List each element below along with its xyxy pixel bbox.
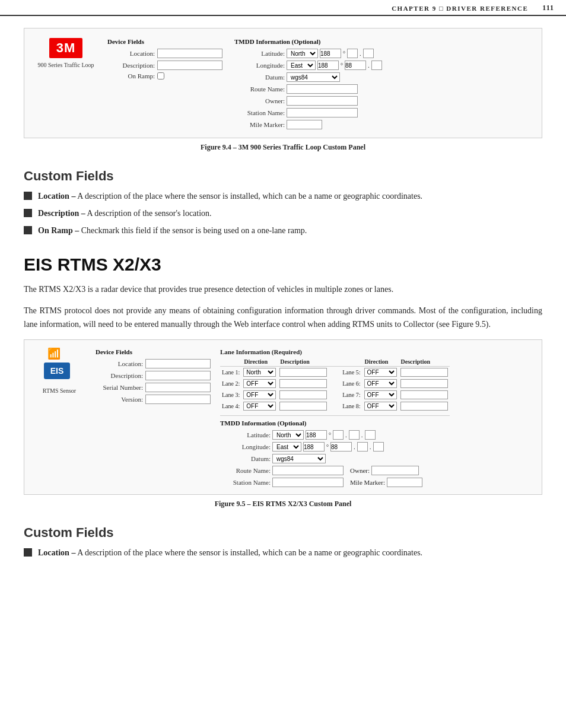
description-field-row: Description: bbox=[107, 61, 222, 70]
lane1-dir-select[interactable]: NorthOFFEastSouthWest bbox=[243, 368, 276, 377]
lat-dot-3[interactable] bbox=[333, 430, 344, 440]
owner-input-1[interactable] bbox=[287, 96, 358, 106]
lng-deg-input-2[interactable] bbox=[303, 442, 325, 452]
route-name-input-1[interactable] bbox=[287, 84, 358, 94]
latitude-label-2: Latitude: bbox=[220, 431, 271, 438]
lat-dir-select-1[interactable]: North South bbox=[287, 49, 318, 58]
station-name-input-2[interactable] bbox=[272, 478, 344, 487]
datum-select-2[interactable]: wgs84 bbox=[272, 454, 326, 463]
lane2-desc-input[interactable] bbox=[279, 379, 327, 388]
location-label: Location: bbox=[107, 50, 155, 57]
mile-marker-input-2[interactable] bbox=[387, 478, 422, 487]
mile-marker-input-1[interactable] bbox=[287, 120, 322, 129]
3m-logo: 3M bbox=[49, 38, 82, 58]
lng-min-input-2[interactable] bbox=[330, 442, 352, 452]
eis-logo-area: 📶 EIS RTMS Sensor bbox=[33, 348, 86, 394]
device-fields-title: Device Fields bbox=[107, 38, 222, 45]
lat-deg-input-1[interactable] bbox=[320, 49, 341, 58]
lat-deg-input-2[interactable] bbox=[306, 430, 327, 440]
location-input-2[interactable] bbox=[145, 359, 211, 368]
lat-dir-select-2[interactable]: North South bbox=[272, 430, 304, 440]
lane7-label: Lane 7: bbox=[341, 389, 362, 400]
lane5-dir-select[interactable]: OFFNorthEastSouthWest bbox=[364, 368, 397, 377]
lng-dot-3[interactable] bbox=[373, 442, 384, 452]
location-label-2: Location: bbox=[96, 360, 143, 367]
lat-dot-4[interactable] bbox=[349, 430, 360, 440]
lng-dir-select-2[interactable]: East West bbox=[272, 442, 301, 452]
longitude-label-2: Longitude: bbox=[220, 443, 271, 450]
route-name-input-2[interactable] bbox=[272, 466, 344, 475]
col-desc-right: Description bbox=[399, 357, 450, 367]
page-header: CHAPTER 9 □ DRIVER REFERENCE 111 bbox=[0, 0, 566, 16]
datum-row-2: Datum: wgs84 bbox=[220, 454, 450, 463]
tmdd-panel-2: TMDD Information (Optional) Latitude: No… bbox=[220, 415, 450, 488]
figure-9-4-caption: Figure 9.4 – 3M 900 Series Traffic Loop … bbox=[24, 143, 542, 152]
description-field-row-2: Description: bbox=[96, 371, 211, 380]
serial-input-2[interactable] bbox=[145, 383, 211, 392]
text-description-1: A description of the sensor's location. bbox=[87, 209, 211, 218]
custom-fields-list-1: Location – A description of the place wh… bbox=[24, 190, 542, 237]
lane1-dir-cell: NorthOFFEastSouthWest bbox=[241, 367, 278, 379]
lane7-desc-input[interactable] bbox=[400, 390, 448, 399]
tmdd-title-2: TMDD Information (Optional) bbox=[220, 419, 450, 427]
owner-row-1: Owner: bbox=[234, 96, 389, 106]
station-name-input-1[interactable] bbox=[287, 108, 358, 117]
lane7-dir-select[interactable]: OFFNorth bbox=[364, 390, 397, 399]
description-label: Description: bbox=[107, 62, 155, 69]
on-ramp-checkbox[interactable] bbox=[157, 72, 164, 80]
lng-dir-select-1[interactable]: East West bbox=[287, 61, 316, 70]
figure-9-5-box: 📶 EIS RTMS Sensor Device Fields Location… bbox=[24, 339, 542, 495]
datum-label-2: Datum: bbox=[220, 455, 271, 462]
lat-dot-2[interactable] bbox=[363, 49, 374, 58]
lane6-dir-select[interactable]: OFFNorth bbox=[364, 379, 397, 388]
description-label-2: Description: bbox=[96, 372, 143, 379]
lane7-desc-cell bbox=[399, 389, 450, 400]
owner-input-2[interactable] bbox=[371, 466, 419, 475]
tmdd-panel-1: TMDD Information (Optional) Latitude: No… bbox=[234, 38, 389, 131]
list-item-location-1: Location – A description of the place wh… bbox=[24, 190, 542, 202]
lane6-label: Lane 6: bbox=[341, 378, 362, 389]
lane2-dir-select[interactable]: OFFNorthEast bbox=[243, 379, 276, 388]
mile-marker-label-2: Mile Marker: bbox=[350, 479, 385, 486]
figure-9-5-caption: Figure 9.5 – EIS RTMS X2/X3 Custom Panel bbox=[24, 500, 542, 508]
list-item-description-1: Description – A description of the senso… bbox=[24, 207, 542, 220]
location-input[interactable] bbox=[157, 49, 222, 58]
lane4-desc-cell bbox=[278, 400, 329, 412]
lng-min-input-1[interactable] bbox=[345, 61, 366, 70]
on-ramp-field-row: On Ramp: bbox=[107, 72, 222, 80]
lane-info-title: Lane Information (Required) bbox=[220, 348, 450, 355]
lane6-desc-input[interactable] bbox=[400, 379, 448, 388]
lat-dot-5[interactable] bbox=[365, 430, 376, 440]
lat-dot-1[interactable] bbox=[347, 49, 358, 58]
lng-dot-1[interactable] bbox=[371, 61, 382, 70]
lane8-dir-select[interactable]: OFFNorth bbox=[364, 402, 397, 411]
col-lane-left bbox=[220, 357, 241, 367]
lane-table: Direction Description Direction Descript… bbox=[220, 357, 450, 412]
lane4-dir-cell: OFFNorth bbox=[241, 400, 278, 412]
lane1-desc-input[interactable] bbox=[279, 368, 327, 377]
description-input[interactable] bbox=[157, 61, 222, 70]
version-input-2[interactable] bbox=[145, 395, 211, 404]
lng-dot-2[interactable] bbox=[357, 442, 368, 452]
lane1-desc-cell bbox=[278, 367, 329, 379]
lng-deg-input-1[interactable] bbox=[317, 61, 339, 70]
lane8-desc-input[interactable] bbox=[400, 402, 448, 411]
lane4-desc-input[interactable] bbox=[279, 402, 327, 411]
owner-label-2: Owner: bbox=[350, 467, 370, 474]
figure-9-5-inner: 📶 EIS RTMS Sensor Device Fields Location… bbox=[33, 348, 533, 488]
lane3-dir-select[interactable]: OFFNorth bbox=[243, 390, 276, 399]
lane4-dir-select[interactable]: OFFNorth bbox=[243, 402, 276, 411]
lane6-desc-cell bbox=[399, 378, 450, 389]
lane3-desc-input[interactable] bbox=[279, 390, 327, 399]
station-mile-row: Station Name: Mile Marker: bbox=[220, 478, 450, 487]
datum-select-1[interactable]: wgs84 bbox=[287, 72, 340, 82]
route-name-row-1: Route Name: bbox=[234, 84, 389, 94]
description-input-2[interactable] bbox=[145, 371, 211, 380]
text-location-1: A description of the place where the sen… bbox=[77, 192, 422, 201]
mile-marker-label-1: Mile Marker: bbox=[234, 121, 285, 128]
route-name-label-1: Route Name: bbox=[234, 85, 285, 93]
lane5-desc-cell bbox=[399, 367, 450, 379]
mile-marker-row-1: Mile Marker: bbox=[234, 120, 389, 129]
device-fields-panel-2: Device Fields Location: Description: Ser… bbox=[96, 348, 211, 405]
lane5-desc-input[interactable] bbox=[400, 368, 448, 377]
